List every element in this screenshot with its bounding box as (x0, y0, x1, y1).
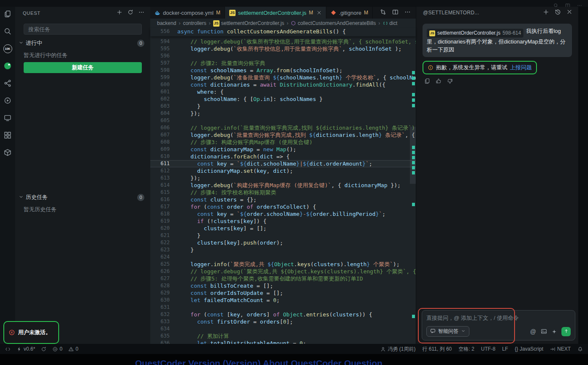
status-version[interactable]: v0.6* (16, 346, 35, 352)
code-line-619[interactable]: 619 if (!clusters[key]) { (150, 218, 416, 225)
code-line-603[interactable]: 603 } (150, 103, 416, 110)
code-line-607[interactable]: 607 logger.debug(`批量查询分账字典完成,找到 ${dictio… (150, 131, 416, 139)
code-line-616[interactable]: 616 const clusters = {}; (150, 196, 416, 203)
code-line-608[interactable]: 608 // 步骤3: 构建分账字典Map缓存 (使用复合键) (150, 139, 416, 146)
status-notifications[interactable] (577, 346, 583, 352)
code-line-627[interactable]: 627 // 步骤5: 处理每个聚类,收集需要创建的结算单和需要更新的订单ID (150, 275, 416, 282)
code-line-611[interactable]: 611 const key = `${dict.schoolName}|${di… (150, 160, 416, 167)
code-line-596[interactable]: 596 (150, 52, 416, 60)
code-line-598[interactable]: 598 const schoolNames = Array.from(schoo… (150, 67, 416, 74)
close-icon[interactable] (566, 9, 572, 17)
send-button[interactable] (561, 327, 571, 336)
code-line-610[interactable]: 610 dictionaries.forEach(dict => { (150, 153, 416, 160)
activity-search[interactable] (3, 27, 12, 35)
status-encoding[interactable]: UTF-8 (481, 346, 496, 352)
mode-selector[interactable]: 智能问答 (426, 326, 469, 337)
status-remote-indicator[interactable] (5, 346, 11, 352)
code-line-595[interactable]: 595 logger.debug(`收集所有学校信息,用于批量查询分账字典`, … (150, 45, 416, 52)
code-line-604[interactable]: 604 }); (150, 110, 416, 117)
code-line-613[interactable]: 613 }); (150, 174, 416, 182)
code-line-635[interactable]: 635 // 累加计算 (150, 332, 416, 340)
status-indentation[interactable]: 空格: 2 (458, 346, 474, 353)
code-line-615[interactable]: 615 // 步骤4: 按学校名称和账期聚类 (150, 189, 416, 196)
new-chat-icon[interactable] (543, 9, 549, 17)
tab-.gitignore[interactable]: .gitignoreM (326, 7, 373, 19)
code-line-628[interactable]: 628 const billsToCreate = []; (150, 282, 416, 289)
code-line-605[interactable]: 605 (150, 117, 416, 124)
thumbs-up-icon[interactable] (436, 78, 442, 84)
split-editor-icon[interactable] (392, 9, 398, 17)
split-icon[interactable] (565, 2, 570, 7)
section-history[interactable]: 历史任务 0 (15, 192, 150, 202)
status-cursor-position[interactable]: 行 611, 列 60 (422, 346, 452, 353)
code-line-600[interactable]: 600 const dictionaries = await Distribut… (150, 81, 416, 88)
status-tab-next[interactable]: NEXT (550, 346, 571, 352)
code-line-606[interactable]: 606 // logger.info(`批量查询分账字典完成,找到 ${dict… (150, 124, 416, 131)
refresh-icon[interactable] (127, 9, 133, 17)
search-icon[interactable] (553, 2, 558, 7)
task-search-input[interactable] (24, 24, 142, 35)
code-line-597[interactable]: 597 // 步骤2: 批量查询分账字典 (150, 60, 416, 67)
status-problems-warnings[interactable]: 0 (68, 346, 79, 352)
status-eol[interactable]: LF (502, 346, 508, 352)
tab-docker-compose.yml[interactable]: docker-compose.ymlM (150, 7, 225, 19)
close-icon[interactable] (317, 10, 322, 15)
code-line-623[interactable]: 623 } (150, 246, 416, 253)
breadcrumb-item[interactable]: collectCustomersAndGenerateBills (291, 20, 376, 26)
code-editor[interactable]: 594 // logger.debug(`收集所有学校信息,用于批量查询分账字典… (150, 38, 416, 344)
activity-share[interactable] (3, 79, 12, 87)
add-task-icon[interactable] (117, 9, 122, 17)
code-line-602[interactable]: 602 schoolName: { [Op.in]: schoolNames } (150, 95, 416, 103)
code-line-601[interactable]: 601 where: { (150, 88, 416, 95)
code-line-630[interactable]: 630 let failedToMatchCount = 0; (150, 297, 416, 304)
section-in-progress[interactable]: 进行中 0 (15, 38, 150, 48)
tab-settlementOrderController.js[interactable]: JSsettlementOrderController.jsM (225, 7, 326, 19)
report-issue-link[interactable]: 上报问题 (510, 64, 532, 71)
status-language-mode[interactable]: {} JavaScript (515, 346, 543, 352)
code-line-625[interactable]: 625 logger.info(`聚类完成,共 ${Object.keys(cl… (150, 261, 416, 268)
more-actions-icon[interactable] (138, 9, 144, 17)
code-line-622[interactable]: 622 clusters[key].push(order); (150, 239, 416, 246)
breadcrumb-item[interactable]: backend (157, 20, 176, 26)
breadcrumb-item[interactable]: controllers (183, 20, 206, 26)
code-line-636[interactable]: 636 let totalDistributableAmount = 0; (150, 340, 416, 344)
code-line-620[interactable]: 620 clusters[key] = []; (150, 225, 416, 232)
status-sync[interactable] (41, 346, 46, 352)
code-line-624[interactable]: 624 (150, 253, 416, 261)
code-line-609[interactable]: 609 const dictionaryMap = new Map(); (150, 146, 416, 153)
code-line-594[interactable]: 594 // logger.debug(`收集所有学校信息,用于批量查询分账字典… (150, 38, 416, 45)
activity-extensions[interactable] (3, 131, 12, 139)
code-line-632[interactable]: 632 for (const [key, orders] of Object.e… (150, 311, 416, 318)
code-line-599[interactable]: 599 logger.debug(`准备批量查询 ${schoolNames.l… (150, 74, 416, 81)
activity-tokens-10k[interactable]: 10K (3, 44, 12, 53)
status-problems-errors[interactable]: 0 (52, 346, 62, 352)
code-line-618[interactable]: 618 const key = `${order.schoolName}-${o… (150, 210, 416, 218)
code-line-621[interactable]: 621 } (150, 232, 416, 239)
chat-composer[interactable]: 直接提问，@ 添加上下文，/ 使用命令 智能问答 @ (422, 310, 575, 340)
activity-package[interactable] (3, 148, 12, 157)
image-upload-button[interactable] (541, 328, 547, 335)
new-task-button[interactable]: 新建任务 (24, 62, 142, 73)
thumbs-down-icon[interactable] (447, 78, 453, 84)
code-line-556[interactable]: 556async function collectCustomersAndGen… (150, 28, 416, 35)
code-line-626[interactable]: 626 // logger.debug(`聚类完成,共 ${Object.key… (150, 268, 416, 275)
code-line-617[interactable]: 617 for (const order of ordersToCollect)… (150, 203, 416, 210)
code-line-614[interactable]: 614 logger.debug(`构建分账字典Map缓存 (使用复合键)`, … (150, 182, 416, 189)
activity-remote-explorer[interactable] (3, 114, 12, 122)
more-icon[interactable] (577, 2, 582, 7)
activity-explorer[interactable] (3, 10, 12, 18)
sparkle-button[interactable] (552, 329, 557, 334)
status-git-blame[interactable]: 冯勇 (1周前) (380, 346, 415, 353)
code-line-631[interactable]: 631 (150, 304, 416, 311)
compare-icon[interactable] (380, 9, 386, 17)
activity-run-debug[interactable] (3, 96, 12, 105)
editor-scrollbar[interactable] (410, 127, 416, 184)
more-actions-icon[interactable] (404, 9, 411, 17)
history-icon[interactable] (555, 9, 561, 17)
code-line-629[interactable]: 629 const orderIdsToUpdate = []; (150, 289, 416, 297)
code-line-633[interactable]: 633 const firstOrder = orders[0]; (150, 318, 416, 325)
code-line-634[interactable]: 634 (150, 325, 416, 332)
breadcrumb-item[interactable]: dict (383, 20, 398, 26)
code-line-612[interactable]: 612 dictionaryMap.set(key, dict); (150, 167, 416, 174)
mention-button[interactable]: @ (530, 328, 536, 335)
